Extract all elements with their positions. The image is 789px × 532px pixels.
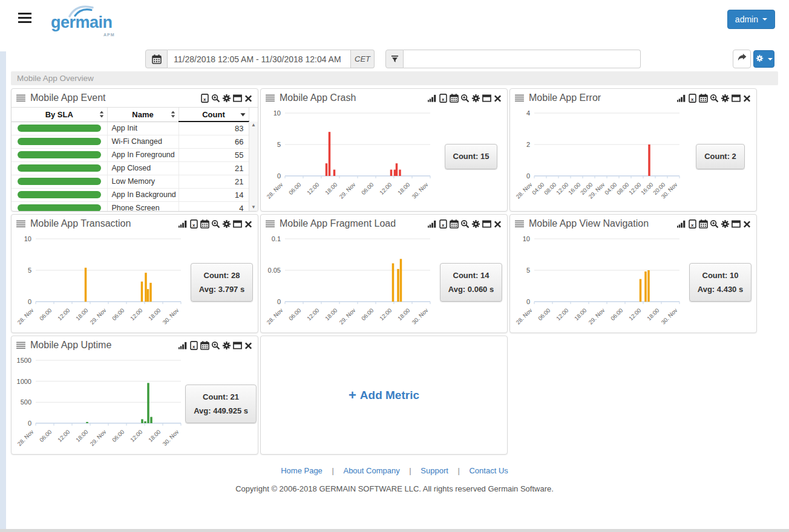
table-row[interactable]: Wi-Fi Changed66 (11, 135, 249, 148)
footer-link-home-page[interactable]: Home Page (281, 466, 322, 475)
gear-icon[interactable] (222, 341, 231, 350)
panel-mobile-app-event: Mobile App Event x By SLA Name Count App… (11, 88, 258, 212)
close-icon[interactable] (244, 219, 253, 229)
table-row[interactable]: App In Background14 (11, 188, 249, 201)
window-icon[interactable] (482, 94, 491, 103)
sort-both-icon (99, 111, 104, 118)
panel-mobile-app-transaction: Mobile App Transactionx051028. Nov06:001… (11, 214, 258, 333)
zoom-icon[interactable] (211, 219, 220, 229)
zoom-icon[interactable] (211, 341, 220, 350)
menu-hamburger-icon[interactable] (18, 13, 31, 25)
bars-icon[interactable] (178, 219, 188, 229)
scroll-up-icon[interactable]: ▲ (251, 123, 256, 128)
excel-icon[interactable]: x (200, 94, 209, 103)
window-icon[interactable] (233, 94, 242, 103)
window-icon[interactable] (732, 94, 741, 103)
metric-summary-badge: Count: 2 (696, 144, 745, 169)
close-icon[interactable] (244, 341, 253, 350)
scroll-down-icon[interactable]: ▼ (251, 205, 256, 210)
caret-down-icon (768, 58, 773, 60)
settings-dropdown-button[interactable] (753, 50, 774, 68)
zoom-icon[interactable] (460, 94, 470, 103)
excel-icon[interactable]: x (189, 219, 198, 229)
zoom-icon[interactable] (211, 94, 220, 103)
panel-title: Mobile App Transaction (30, 218, 178, 229)
window-icon[interactable] (482, 219, 491, 229)
calendar-icon[interactable] (145, 50, 168, 68)
calendar-icon[interactable] (200, 341, 209, 350)
list-icon (515, 94, 524, 102)
gear-icon[interactable] (222, 94, 231, 103)
calendar-icon[interactable] (699, 94, 708, 103)
close-icon[interactable] (244, 94, 253, 103)
table-row[interactable]: Low Memory21 (11, 175, 249, 188)
footer-link-support[interactable]: Support (421, 466, 448, 475)
table-row[interactable]: App Init83 (11, 122, 249, 135)
close-icon[interactable] (742, 219, 751, 229)
panel-title: Mobile App Event (30, 92, 200, 103)
table-row[interactable]: App Closed21 (11, 161, 249, 175)
share-button[interactable] (733, 50, 751, 68)
bars-icon[interactable] (677, 94, 686, 103)
admin-user-dropdown[interactable]: admin (727, 10, 775, 29)
zoom-icon[interactable] (460, 219, 470, 229)
bars-icon[interactable] (677, 219, 686, 229)
svg-text:08:00: 08:00 (615, 181, 630, 196)
svg-text:0: 0 (277, 172, 281, 180)
column-header-name[interactable]: Name (107, 108, 178, 122)
close-icon[interactable] (742, 94, 751, 103)
sla-status-bar (18, 164, 101, 172)
footer-link-contact-us[interactable]: Contact Us (469, 466, 508, 475)
svg-text:28. Nov: 28. Nov (16, 307, 34, 325)
svg-text:04:00: 04:00 (531, 181, 546, 196)
table-row[interactable]: Phone Screen4 (11, 201, 249, 211)
excel-icon[interactable]: x (439, 94, 448, 103)
bars-icon[interactable] (428, 219, 437, 229)
svg-text:12:00: 12:00 (56, 429, 71, 444)
filter-input[interactable] (404, 50, 641, 68)
column-header-by-sla[interactable]: By SLA (11, 108, 107, 122)
svg-text:18:00: 18:00 (396, 307, 411, 322)
table-scrollbar[interactable]: ▲ ▼ (249, 122, 258, 211)
date-range-input[interactable] (168, 50, 351, 68)
svg-text:29. Nov: 29. Nov (338, 181, 356, 199)
excel-icon[interactable]: x (189, 341, 198, 350)
plus-icon: + (349, 388, 356, 403)
svg-text:06:00: 06:00 (537, 307, 552, 322)
calendar-icon[interactable] (699, 219, 708, 229)
window-icon[interactable] (233, 219, 242, 229)
event-table-body: By SLA Name Count App Init83Wi-Fi Change… (11, 107, 258, 211)
svg-text:1500: 1500 (17, 357, 31, 364)
calendar-icon[interactable] (450, 219, 459, 229)
gear-icon[interactable] (471, 219, 480, 229)
gear-icon[interactable] (721, 219, 730, 229)
excel-icon[interactable]: x (688, 94, 697, 103)
zoom-icon[interactable] (710, 219, 719, 229)
svg-text:28. Nov: 28. Nov (16, 428, 34, 447)
table-row[interactable]: App In Foreground55 (11, 148, 249, 161)
add-metric-panel[interactable]: +Add Metric (260, 336, 508, 455)
bars-icon[interactable] (428, 94, 437, 103)
close-icon[interactable] (493, 94, 502, 103)
window-icon[interactable] (732, 219, 741, 229)
panel-mobile-app-error: Mobile App Errorx02428. Nov04:0008:0012:… (509, 88, 757, 212)
copyright: Copyright © 2006-2018 GERMAIN SOFTWARE L… (0, 484, 789, 493)
calendar-icon[interactable] (450, 94, 459, 103)
bars-icon[interactable] (178, 341, 188, 350)
sort-both-icon (171, 111, 175, 118)
svg-text:12:00: 12:00 (378, 307, 393, 322)
timezone-label: CET (351, 50, 375, 68)
gear-icon[interactable] (721, 94, 730, 103)
calendar-icon[interactable] (200, 219, 209, 229)
gear-icon[interactable] (222, 219, 231, 229)
footer-link-about-company[interactable]: About Company (343, 466, 399, 475)
column-header-count[interactable]: Count (178, 108, 249, 122)
window-icon[interactable] (233, 341, 242, 350)
event-name-cell: App Init (107, 122, 178, 135)
zoom-icon[interactable] (710, 94, 719, 103)
gear-icon[interactable] (471, 94, 480, 103)
excel-icon[interactable]: x (439, 219, 448, 229)
panel-title: Mobile App Error (529, 92, 677, 103)
excel-icon[interactable]: x (688, 219, 697, 229)
close-icon[interactable] (493, 219, 502, 229)
